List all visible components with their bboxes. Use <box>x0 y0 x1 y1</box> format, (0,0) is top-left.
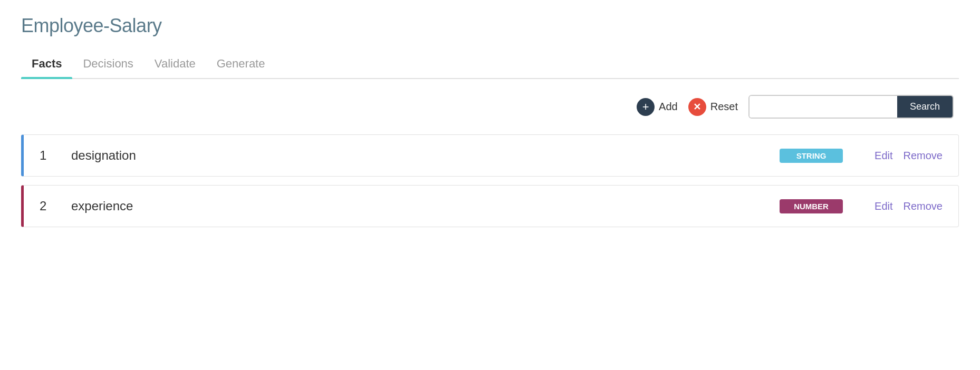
tab-validate[interactable]: Validate <box>144 52 206 78</box>
tab-decisions[interactable]: Decisions <box>72 52 143 78</box>
toolbar: + Add ✕ Reset Search <box>21 95 959 119</box>
fact-actions: Edit Remove <box>875 200 943 212</box>
add-icon: + <box>637 98 655 116</box>
reset-icon: ✕ <box>688 98 706 116</box>
remove-button[interactable]: Remove <box>904 150 943 162</box>
fact-actions: Edit Remove <box>875 150 943 162</box>
fact-name: experience <box>71 199 780 213</box>
fact-number: 1 <box>40 148 71 163</box>
fact-type-badge: STRING <box>780 149 843 163</box>
add-label: Add <box>659 101 678 113</box>
fact-number: 2 <box>40 199 71 213</box>
add-button[interactable]: + Add <box>637 98 678 116</box>
page-title: Employee-Salary <box>21 15 959 37</box>
facts-list: 1 designation STRING Edit Remove 2 exper… <box>21 134 959 227</box>
page-container: Employee-Salary Facts Decisions Validate… <box>0 0 980 242</box>
reset-button[interactable]: ✕ Reset <box>688 98 738 116</box>
fact-row: 2 experience NUMBER Edit Remove <box>21 185 959 227</box>
edit-button[interactable]: Edit <box>875 200 892 212</box>
fact-name: designation <box>71 148 780 163</box>
fact-row: 1 designation STRING Edit Remove <box>21 134 959 177</box>
remove-button[interactable]: Remove <box>904 200 943 212</box>
edit-button[interactable]: Edit <box>875 150 892 162</box>
tabs-bar: Facts Decisions Validate Generate <box>21 52 959 79</box>
reset-label: Reset <box>710 101 738 113</box>
tab-generate[interactable]: Generate <box>206 52 276 78</box>
fact-type-badge: NUMBER <box>780 199 843 213</box>
search-button[interactable]: Search <box>897 96 953 118</box>
tab-facts[interactable]: Facts <box>21 52 72 78</box>
search-container: Search <box>748 95 954 119</box>
search-input[interactable] <box>750 96 897 118</box>
